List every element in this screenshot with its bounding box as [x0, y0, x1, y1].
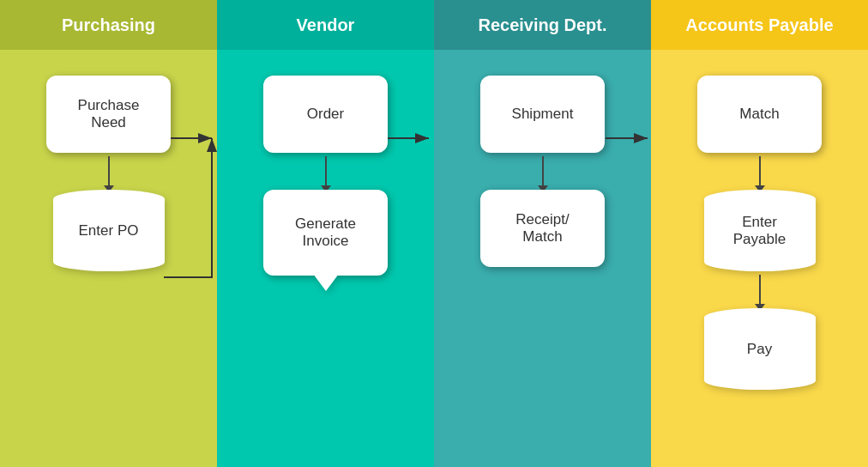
shipment-node: Shipment — [480, 76, 605, 153]
purchasing-header: Purchasing — [0, 0, 217, 50]
generate-invoice-node: GenerateInvoice — [263, 190, 388, 276]
vendor-header: Vendor — [217, 0, 434, 50]
shipment-box: Shipment — [480, 76, 605, 153]
enter-po-node: Enter PO — [53, 190, 165, 271]
enter-payable-node: EnterPayable — [704, 190, 816, 271]
arrow-purchase-to-po — [108, 156, 110, 186]
arrow-match-to-payable — [759, 156, 761, 186]
arrow-shipment-to-receipt — [542, 156, 544, 186]
arrow-order-to-invoice — [325, 156, 327, 186]
purchasing-lane: PurchaseNeed Enter PO — [0, 50, 217, 467]
generate-invoice-box: GenerateInvoice — [263, 190, 388, 276]
match-node: Match — [697, 76, 822, 153]
arrow-payable-to-pay — [759, 275, 761, 305]
purchase-need-node: PurchaseNeed — [46, 76, 171, 153]
accounts-lane: Match EnterPayable Pay — [651, 50, 868, 467]
vendor-lane: Order GenerateInvoice — [217, 50, 434, 467]
match-box: Match — [697, 76, 822, 153]
receipt-match-node: Receipt/Match — [480, 190, 605, 267]
pay-node: Pay — [704, 308, 816, 390]
order-node: Order — [263, 76, 388, 153]
accounts-header: Accounts Payable — [651, 0, 868, 50]
order-box: Order — [263, 76, 388, 153]
receiving-header: Receiving Dept. — [434, 0, 651, 50]
receipt-match-box: Receipt/Match — [480, 190, 605, 267]
receiving-lane: Shipment Receipt/Match — [434, 50, 651, 467]
diagram-container: Purchasing Vendor Receiving Dept. Accoun… — [0, 0, 868, 467]
header-row: Purchasing Vendor Receiving Dept. Accoun… — [0, 0, 868, 50]
purchase-need-box: PurchaseNeed — [46, 76, 171, 153]
body-row: PurchaseNeed Enter PO Order GenerateI — [0, 50, 868, 467]
